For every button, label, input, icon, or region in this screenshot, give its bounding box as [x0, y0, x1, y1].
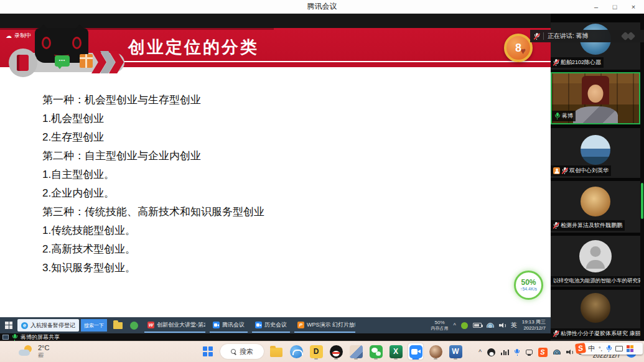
- participant-tile[interactable]: 粘弹性小分子凝胶体系研究 康丽丽: [551, 290, 640, 341]
- gift-icon: [80, 54, 93, 68]
- microphone-tray-icon[interactable]: [515, 349, 520, 356]
- slide-text-line: 1.机会型创业: [42, 109, 551, 128]
- taskbar-search-box[interactable]: 搜索一下: [81, 319, 107, 332]
- cloud-record-icon: ☁: [6, 33, 12, 39]
- d-app-icon: [310, 345, 323, 358]
- start-button[interactable]: [200, 343, 215, 360]
- speaking-toast: 正在讲话: 蒋博: [530, 30, 644, 42]
- app-browser[interactable]: [289, 343, 304, 360]
- sidebar-scrollbar[interactable]: [640, 14, 644, 341]
- browser-app-icon[interactable]: [130, 322, 138, 330]
- wifi-icon[interactable]: [553, 350, 561, 355]
- weather-condition: 霾: [38, 352, 49, 359]
- recording-label: 录制中: [14, 32, 31, 40]
- participant-tile[interactable]: 双创中心刘英华: [551, 128, 640, 178]
- default-avatar: [579, 240, 612, 272]
- sogou-logo-icon[interactable]: [575, 343, 586, 354]
- battery-icon[interactable]: [473, 323, 482, 328]
- wechat-icon: [370, 345, 383, 358]
- slide-text-line: 第一种：机会型创业与生存型创业: [42, 90, 551, 109]
- audio-meter-icon[interactable]: [501, 350, 509, 355]
- ie-browser-button[interactable]: 入杭报备暂停登记: [17, 319, 79, 332]
- close-button[interactable]: ×: [624, 0, 643, 14]
- wifi-icon[interactable]: [487, 323, 494, 328]
- antivirus-tray-icon[interactable]: [461, 322, 468, 329]
- minimize-button[interactable]: –: [587, 0, 605, 14]
- tray-expand-icon[interactable]: ^: [478, 349, 482, 356]
- meeting-icon: [255, 322, 262, 328]
- recording-indicator: ☁ 录制中: [6, 32, 31, 40]
- network-speed-badge[interactable]: 50% ↑54.4K/s: [514, 271, 543, 300]
- avatar-app-icon: [350, 345, 363, 358]
- app-word[interactable]: [448, 343, 463, 360]
- participant-label: 以锌空电池为能源的智能小车的研究郭永...: [551, 276, 640, 285]
- tencent-meeting-window: 腾讯会议 – □ × ☁ 录制中 •••: [0, 0, 644, 362]
- host-taskbar: 2°C 霾 搜索 ^: [0, 341, 644, 362]
- participant-tile[interactable]: 检测井算法及软件魏鹏鹏: [551, 181, 640, 233]
- window-button-history-meeting[interactable]: 历史会议: [252, 318, 290, 333]
- start-button[interactable]: [5, 322, 13, 330]
- avatar: [581, 293, 610, 323]
- app-d[interactable]: [309, 343, 324, 360]
- excel-icon: [390, 345, 403, 358]
- sogou-toolbox-icon[interactable]: [627, 345, 633, 352]
- volume-icon[interactable]: [566, 350, 573, 355]
- voice-input-icon[interactable]: [606, 345, 612, 352]
- taskbar-apps: 搜索: [200, 343, 463, 360]
- memory-percent: 50%: [521, 279, 536, 287]
- tray-expand-icon[interactable]: ^: [454, 322, 456, 328]
- app-file-explorer[interactable]: [269, 343, 284, 360]
- sogou-input-bar[interactable]: 中 °,: [581, 343, 643, 355]
- word-icon: [449, 345, 462, 358]
- window-button-wps-writer[interactable]: 创新创业大讲堂-第22...: [144, 318, 205, 333]
- window-title: 腾讯会议: [307, 1, 337, 12]
- participant-label: 检测井算法及软件魏鹏鹏: [551, 220, 625, 231]
- search-label: 搜索: [240, 347, 253, 356]
- number-badge: ♥8: [504, 34, 533, 62]
- sogou-tray-icon[interactable]: [538, 348, 548, 357]
- mic-muted-icon: [553, 330, 559, 337]
- app-chat-avatar[interactable]: [348, 343, 363, 360]
- participant-tile-speaking[interactable]: 蒋博: [551, 72, 640, 124]
- volume-icon[interactable]: [499, 323, 506, 328]
- slide-text-line: 第三种：传统技能、高新技术和知识服务型创业: [42, 202, 551, 221]
- keyboard-icon[interactable]: [615, 346, 623, 351]
- slide-header: ☁ 录制中 ••• 创业定位的分类 ♥8: [0, 28, 551, 67]
- title-underline: [119, 61, 551, 62]
- app-tencent-meeting-active[interactable]: [408, 343, 423, 360]
- meeting-icon: [213, 322, 220, 328]
- meeting-watermark-logo: [619, 32, 640, 40]
- app-avatar-2[interactable]: [428, 343, 443, 360]
- scrollbar-thumb[interactable]: [641, 183, 643, 219]
- window-button-wps-presentation[interactable]: WPS演示 幻灯片放映...: [294, 318, 355, 333]
- participant-tile[interactable]: 以锌空电池为能源的智能小车的研究郭永...: [551, 236, 640, 287]
- weather-temp: 2°C: [38, 344, 49, 352]
- input-mode-chinese[interactable]: 中: [588, 344, 595, 353]
- qq-tray-icon[interactable]: [487, 348, 495, 356]
- avatar-icon: [429, 345, 442, 358]
- memory-usage[interactable]: 50% 内存占用: [431, 320, 449, 331]
- punctuation-toggle[interactable]: °,: [599, 346, 602, 352]
- mic-muted-icon: [534, 33, 539, 40]
- participant-label: 蒋博: [552, 111, 576, 121]
- file-explorer-icon[interactable]: [113, 322, 123, 329]
- participants-panel: 船舶2102陈心愿 蒋博 双创中心刘英华: [551, 14, 644, 341]
- shared-clock[interactable]: 19:13 周三 2022/12/7: [522, 319, 546, 332]
- wps-writer-icon: [147, 322, 154, 328]
- upload-speed: ↑54.4K/s: [520, 287, 537, 292]
- slide-text-line: 2.高新技术型创业。: [42, 239, 551, 258]
- device-icon[interactable]: [526, 350, 533, 355]
- window-button-meeting[interactable]: 腾讯会议: [210, 318, 248, 333]
- taskbar-search[interactable]: 搜索: [220, 344, 264, 359]
- participant-label: 双创中心刘英华: [551, 165, 611, 176]
- mic-on-icon: [554, 113, 560, 119]
- maximize-button[interactable]: □: [605, 0, 624, 14]
- ie-icon: [21, 322, 28, 329]
- app-qq[interactable]: [329, 343, 343, 360]
- app-wechat[interactable]: [368, 343, 383, 360]
- weather-widget[interactable]: 2°C 霾: [19, 344, 49, 359]
- qq-icon: [330, 345, 343, 358]
- browser-icon: [290, 345, 303, 358]
- input-language-indicator[interactable]: 英: [511, 321, 517, 330]
- app-excel[interactable]: [388, 343, 403, 360]
